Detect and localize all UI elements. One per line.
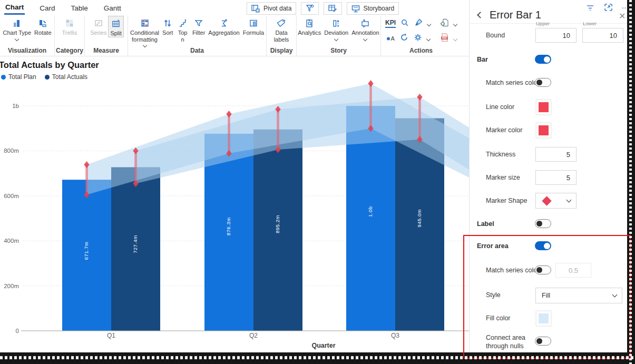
- tab-card[interactable]: Card: [38, 2, 56, 14]
- filter-quick-button[interactable]: [301, 2, 319, 15]
- conditional-formatting-button[interactable]: Conditional formatting: [129, 16, 161, 47]
- marker-color-swatch[interactable]: [536, 123, 551, 138]
- quick-access-bar: Pivot data Storyboard: [247, 2, 399, 15]
- tab-gantt[interactable]: Gantt: [103, 2, 122, 14]
- refresh-icon: [399, 33, 409, 42]
- group-display: Data labels Display: [267, 16, 297, 56]
- chevron-down-icon[interactable]: [453, 36, 457, 41]
- annotation-icon: [360, 17, 370, 29]
- svg-text:1b: 1b: [12, 103, 19, 109]
- diamond-marker-icon: [542, 196, 551, 205]
- series-button[interactable]: Series: [89, 16, 108, 36]
- formula-button[interactable]: Formula: [241, 16, 266, 36]
- chevron-down-icon[interactable]: [427, 22, 431, 26]
- data-labels-button[interactable]: Data labels: [268, 16, 295, 43]
- svg-text:671.7m: 671.7m: [84, 242, 90, 260]
- format-list-button[interactable]: [585, 3, 596, 15]
- marker-color-label: Marker color: [486, 126, 522, 134]
- expand-panel-button[interactable]: [603, 3, 613, 14]
- chevron-down-icon[interactable]: [426, 36, 431, 41]
- ribbon-groups: Chart Type Rotate Visualization Trellis …: [0, 16, 463, 56]
- chevron-down-icon[interactable]: [453, 22, 457, 26]
- rotate-button[interactable]: Rotate: [33, 16, 53, 36]
- svg-text:Q1: Q1: [107, 332, 115, 339]
- group-label-measure: Measure: [85, 47, 127, 56]
- marker-shape-dropdown[interactable]: [535, 193, 577, 209]
- chart-type-label: Chart Type: [3, 29, 31, 36]
- line-color-swatch[interactable]: [536, 100, 551, 115]
- trellis-button[interactable]: Trellis: [61, 16, 79, 36]
- chart-type-button[interactable]: Chart Type: [1, 16, 33, 41]
- bound-label: Bound: [486, 32, 505, 39]
- color-chip: [539, 125, 549, 135]
- label-label: Label: [477, 220, 494, 228]
- back-chevron-icon[interactable]: [477, 12, 484, 18]
- series-icon: [94, 17, 103, 29]
- storyboard-icon: [351, 5, 360, 13]
- edit-data-button[interactable]: [324, 2, 342, 15]
- rotate-label: Rotate: [34, 29, 51, 36]
- label-toggle-button[interactable]: A: [386, 33, 395, 44]
- highlight-rectangle: [463, 235, 631, 359]
- annotation-button[interactable]: Annotation: [350, 16, 381, 41]
- conditional-formatting-label: Conditional formatting: [130, 29, 159, 43]
- chevron-down-icon: [15, 36, 19, 41]
- ribbon-tabs: Chart Card Table Gantt: [4, 0, 122, 16]
- close-icon[interactable]: ✕: [619, 11, 626, 21]
- pivot-data-label: Pivot data: [263, 5, 291, 12]
- thickness-input[interactable]: [535, 147, 577, 162]
- top-n-button[interactable]: Top n: [174, 16, 191, 43]
- chevron-down-icon: [566, 198, 572, 203]
- top-n-icon: [178, 17, 188, 29]
- match-series-color-toggle[interactable]: [535, 78, 551, 87]
- kpi-button[interactable]: KPI: [385, 19, 396, 27]
- analytics-button[interactable]: Analytics: [296, 16, 323, 36]
- bar-label: Bar: [477, 56, 488, 63]
- deviation-label: Deviation: [324, 29, 348, 36]
- export-pdf-button[interactable]: PDF: [439, 33, 450, 44]
- svg-text:1.0b: 1.0b: [368, 206, 374, 218]
- lower-bound-input[interactable]: [582, 28, 623, 43]
- export-settings-button[interactable]: [439, 18, 450, 29]
- refresh-button[interactable]: [399, 33, 409, 44]
- analytics-icon: [305, 17, 314, 29]
- label-toggle[interactable]: [535, 219, 551, 228]
- pdf-icon: PDF: [439, 33, 450, 42]
- bar-toggle[interactable]: [535, 55, 551, 64]
- deviation-button[interactable]: Deviation: [323, 16, 350, 41]
- trellis-icon: [65, 17, 74, 29]
- svg-text:0: 0: [16, 328, 19, 334]
- sort-label: Sort: [162, 29, 173, 36]
- upper-bound-input[interactable]: [535, 28, 577, 43]
- svg-text:945.0m: 945.0m: [417, 209, 423, 228]
- funnel-plus-icon: [306, 4, 314, 13]
- bar-chart-canvas[interactable]: 671.7m876.3m1.0b727.4m895.2m945.0m1b800m…: [0, 56, 469, 352]
- panel-title: Error Bar 1: [490, 9, 541, 21]
- filter-button[interactable]: Filter: [191, 16, 207, 36]
- annotation-label: Annotation: [351, 29, 379, 36]
- tab-chart[interactable]: Chart: [4, 1, 25, 15]
- line-color-label: Line color: [486, 103, 514, 111]
- zoom-search-button[interactable]: [400, 18, 409, 29]
- marker-shape-label: Marker Shape: [486, 197, 527, 204]
- split-button[interactable]: Split: [108, 16, 123, 37]
- svg-text:895.2m: 895.2m: [275, 215, 281, 233]
- split-icon: [111, 18, 121, 29]
- tab-table[interactable]: Table: [70, 2, 89, 14]
- pivot-data-button[interactable]: Pivot data: [247, 2, 296, 15]
- group-measure: Series Split Measure: [85, 16, 128, 56]
- aggregation-button[interactable]: Aggregation: [207, 16, 241, 36]
- gear-icon: [413, 33, 423, 42]
- trellis-label: Trellis: [62, 29, 77, 36]
- group-story: Analytics Deviation Annotation Story: [297, 16, 381, 56]
- storyboard-button[interactable]: Storyboard: [347, 2, 399, 15]
- sort-icon: [163, 17, 172, 29]
- settings-button[interactable]: [413, 33, 423, 44]
- group-category: Trellis Category: [55, 16, 85, 56]
- filter-icon: [194, 17, 203, 29]
- sort-button[interactable]: Sort: [161, 16, 174, 36]
- highlight-brush-button[interactable]: [414, 18, 423, 29]
- marker-size-input[interactable]: [535, 170, 577, 185]
- marker-size-label: Marker size: [486, 174, 520, 181]
- group-label-data: Data: [129, 47, 266, 56]
